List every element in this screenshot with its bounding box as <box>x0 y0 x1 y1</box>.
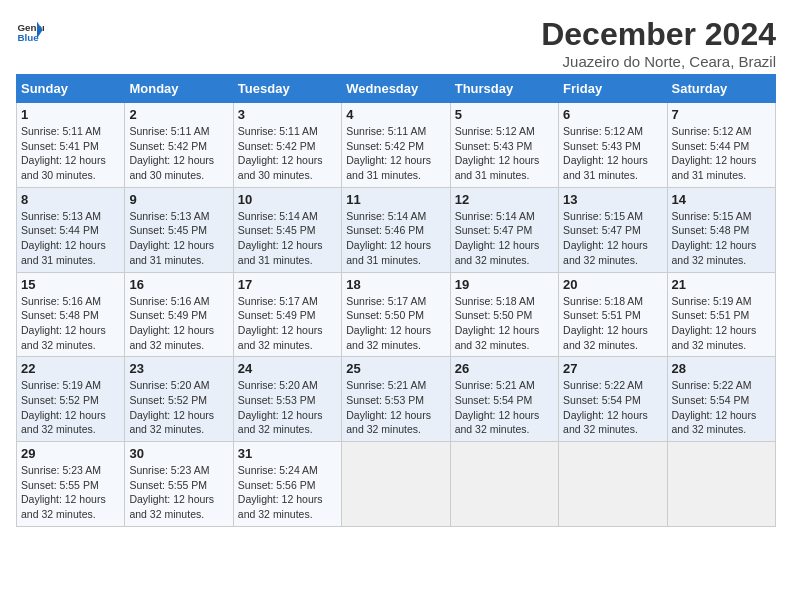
day-info: Sunrise: 5:21 AM Sunset: 5:53 PM Dayligh… <box>346 378 445 437</box>
location-subtitle: Juazeiro do Norte, Ceara, Brazil <box>541 53 776 70</box>
day-info: Sunrise: 5:11 AM Sunset: 5:42 PM Dayligh… <box>346 124 445 183</box>
day-info: Sunrise: 5:11 AM Sunset: 5:42 PM Dayligh… <box>129 124 228 183</box>
day-header-saturday: Saturday <box>667 75 775 103</box>
calendar-cell: 10 Sunrise: 5:14 AM Sunset: 5:45 PM Dayl… <box>233 187 341 272</box>
day-number: 31 <box>238 446 337 461</box>
day-info: Sunrise: 5:18 AM Sunset: 5:51 PM Dayligh… <box>563 294 662 353</box>
day-number: 13 <box>563 192 662 207</box>
calendar-cell: 30 Sunrise: 5:23 AM Sunset: 5:55 PM Dayl… <box>125 442 233 527</box>
day-info: Sunrise: 5:15 AM Sunset: 5:48 PM Dayligh… <box>672 209 771 268</box>
calendar-cell: 26 Sunrise: 5:21 AM Sunset: 5:54 PM Dayl… <box>450 357 558 442</box>
day-info: Sunrise: 5:11 AM Sunset: 5:41 PM Dayligh… <box>21 124 120 183</box>
day-info: Sunrise: 5:20 AM Sunset: 5:53 PM Dayligh… <box>238 378 337 437</box>
week-row-2: 8 Sunrise: 5:13 AM Sunset: 5:44 PM Dayli… <box>17 187 776 272</box>
calendar-cell: 18 Sunrise: 5:17 AM Sunset: 5:50 PM Dayl… <box>342 272 450 357</box>
day-header-wednesday: Wednesday <box>342 75 450 103</box>
calendar-cell: 2 Sunrise: 5:11 AM Sunset: 5:42 PM Dayli… <box>125 103 233 188</box>
calendar-cell: 14 Sunrise: 5:15 AM Sunset: 5:48 PM Dayl… <box>667 187 775 272</box>
calendar-cell: 28 Sunrise: 5:22 AM Sunset: 5:54 PM Dayl… <box>667 357 775 442</box>
day-number: 1 <box>21 107 120 122</box>
day-number: 18 <box>346 277 445 292</box>
day-number: 17 <box>238 277 337 292</box>
calendar-cell: 17 Sunrise: 5:17 AM Sunset: 5:49 PM Dayl… <box>233 272 341 357</box>
day-info: Sunrise: 5:23 AM Sunset: 5:55 PM Dayligh… <box>21 463 120 522</box>
day-info: Sunrise: 5:24 AM Sunset: 5:56 PM Dayligh… <box>238 463 337 522</box>
calendar-cell <box>667 442 775 527</box>
calendar-cell: 21 Sunrise: 5:19 AM Sunset: 5:51 PM Dayl… <box>667 272 775 357</box>
day-number: 14 <box>672 192 771 207</box>
day-info: Sunrise: 5:12 AM Sunset: 5:43 PM Dayligh… <box>563 124 662 183</box>
calendar-cell: 31 Sunrise: 5:24 AM Sunset: 5:56 PM Dayl… <box>233 442 341 527</box>
calendar-table: SundayMondayTuesdayWednesdayThursdayFrid… <box>16 74 776 527</box>
day-header-friday: Friday <box>559 75 667 103</box>
calendar-cell: 4 Sunrise: 5:11 AM Sunset: 5:42 PM Dayli… <box>342 103 450 188</box>
calendar-cell <box>450 442 558 527</box>
month-title: December 2024 <box>541 16 776 53</box>
day-number: 23 <box>129 361 228 376</box>
calendar-cell: 13 Sunrise: 5:15 AM Sunset: 5:47 PM Dayl… <box>559 187 667 272</box>
calendar-cell: 6 Sunrise: 5:12 AM Sunset: 5:43 PM Dayli… <box>559 103 667 188</box>
calendar-cell: 1 Sunrise: 5:11 AM Sunset: 5:41 PM Dayli… <box>17 103 125 188</box>
calendar-cell: 19 Sunrise: 5:18 AM Sunset: 5:50 PM Dayl… <box>450 272 558 357</box>
day-number: 26 <box>455 361 554 376</box>
day-info: Sunrise: 5:16 AM Sunset: 5:49 PM Dayligh… <box>129 294 228 353</box>
day-header-tuesday: Tuesday <box>233 75 341 103</box>
calendar-cell: 12 Sunrise: 5:14 AM Sunset: 5:47 PM Dayl… <box>450 187 558 272</box>
day-info: Sunrise: 5:22 AM Sunset: 5:54 PM Dayligh… <box>672 378 771 437</box>
day-info: Sunrise: 5:22 AM Sunset: 5:54 PM Dayligh… <box>563 378 662 437</box>
day-number: 12 <box>455 192 554 207</box>
calendar-cell <box>342 442 450 527</box>
day-number: 2 <box>129 107 228 122</box>
title-block: December 2024 Juazeiro do Norte, Ceara, … <box>541 16 776 70</box>
day-number: 6 <box>563 107 662 122</box>
day-number: 9 <box>129 192 228 207</box>
calendar-cell: 5 Sunrise: 5:12 AM Sunset: 5:43 PM Dayli… <box>450 103 558 188</box>
calendar-cell: 25 Sunrise: 5:21 AM Sunset: 5:53 PM Dayl… <box>342 357 450 442</box>
day-number: 20 <box>563 277 662 292</box>
day-number: 25 <box>346 361 445 376</box>
page-header: General Blue December 2024 Juazeiro do N… <box>16 16 776 70</box>
day-number: 16 <box>129 277 228 292</box>
day-number: 11 <box>346 192 445 207</box>
calendar-cell: 9 Sunrise: 5:13 AM Sunset: 5:45 PM Dayli… <box>125 187 233 272</box>
day-number: 10 <box>238 192 337 207</box>
week-row-4: 22 Sunrise: 5:19 AM Sunset: 5:52 PM Dayl… <box>17 357 776 442</box>
day-info: Sunrise: 5:16 AM Sunset: 5:48 PM Dayligh… <box>21 294 120 353</box>
week-row-1: 1 Sunrise: 5:11 AM Sunset: 5:41 PM Dayli… <box>17 103 776 188</box>
day-info: Sunrise: 5:13 AM Sunset: 5:45 PM Dayligh… <box>129 209 228 268</box>
day-info: Sunrise: 5:14 AM Sunset: 5:47 PM Dayligh… <box>455 209 554 268</box>
calendar-cell: 3 Sunrise: 5:11 AM Sunset: 5:42 PM Dayli… <box>233 103 341 188</box>
week-row-3: 15 Sunrise: 5:16 AM Sunset: 5:48 PM Dayl… <box>17 272 776 357</box>
header-row: SundayMondayTuesdayWednesdayThursdayFrid… <box>17 75 776 103</box>
day-number: 22 <box>21 361 120 376</box>
day-number: 19 <box>455 277 554 292</box>
day-number: 8 <box>21 192 120 207</box>
svg-text:Blue: Blue <box>17 32 39 43</box>
day-info: Sunrise: 5:19 AM Sunset: 5:52 PM Dayligh… <box>21 378 120 437</box>
day-number: 27 <box>563 361 662 376</box>
day-number: 7 <box>672 107 771 122</box>
calendar-cell: 24 Sunrise: 5:20 AM Sunset: 5:53 PM Dayl… <box>233 357 341 442</box>
day-number: 30 <box>129 446 228 461</box>
day-number: 29 <box>21 446 120 461</box>
day-info: Sunrise: 5:20 AM Sunset: 5:52 PM Dayligh… <box>129 378 228 437</box>
day-number: 15 <box>21 277 120 292</box>
calendar-cell <box>559 442 667 527</box>
day-number: 4 <box>346 107 445 122</box>
day-info: Sunrise: 5:19 AM Sunset: 5:51 PM Dayligh… <box>672 294 771 353</box>
calendar-cell: 16 Sunrise: 5:16 AM Sunset: 5:49 PM Dayl… <box>125 272 233 357</box>
day-header-monday: Monday <box>125 75 233 103</box>
calendar-cell: 11 Sunrise: 5:14 AM Sunset: 5:46 PM Dayl… <box>342 187 450 272</box>
day-info: Sunrise: 5:21 AM Sunset: 5:54 PM Dayligh… <box>455 378 554 437</box>
day-info: Sunrise: 5:14 AM Sunset: 5:45 PM Dayligh… <box>238 209 337 268</box>
logo-icon: General Blue <box>16 16 44 44</box>
calendar-cell: 20 Sunrise: 5:18 AM Sunset: 5:51 PM Dayl… <box>559 272 667 357</box>
day-number: 28 <box>672 361 771 376</box>
day-number: 21 <box>672 277 771 292</box>
day-info: Sunrise: 5:12 AM Sunset: 5:43 PM Dayligh… <box>455 124 554 183</box>
day-info: Sunrise: 5:17 AM Sunset: 5:49 PM Dayligh… <box>238 294 337 353</box>
day-info: Sunrise: 5:17 AM Sunset: 5:50 PM Dayligh… <box>346 294 445 353</box>
day-header-thursday: Thursday <box>450 75 558 103</box>
day-info: Sunrise: 5:12 AM Sunset: 5:44 PM Dayligh… <box>672 124 771 183</box>
day-info: Sunrise: 5:23 AM Sunset: 5:55 PM Dayligh… <box>129 463 228 522</box>
